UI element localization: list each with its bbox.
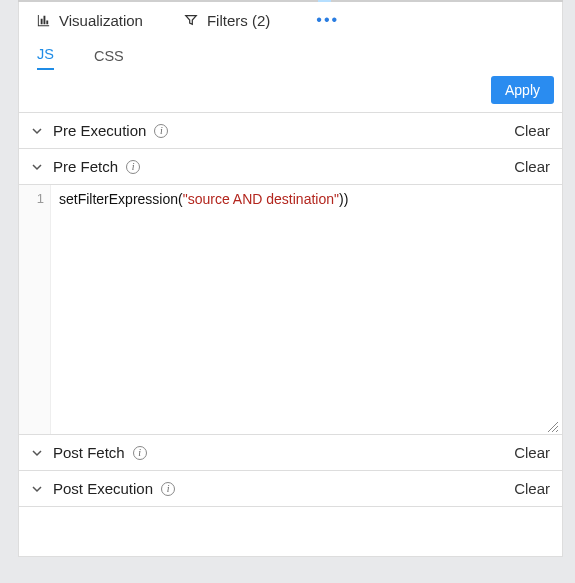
section-title: Post Execution — [53, 480, 153, 497]
section-post-fetch[interactable]: Post Fetch i Clear — [19, 434, 562, 470]
primary-tabs: Visualization Filters (2) ••• — [19, 2, 562, 38]
editor-code[interactable]: setFilterExpression("source AND destinat… — [51, 185, 562, 434]
filter-icon — [183, 13, 199, 27]
apply-row: Apply — [19, 70, 562, 112]
config-panel: Visualization Filters (2) ••• JS CSS App… — [18, 0, 563, 557]
tab-visualization[interactable]: Visualization — [35, 2, 143, 38]
code-token-fn: setFilterExpression — [59, 191, 178, 207]
section-title: Pre Execution — [53, 122, 146, 139]
subtab-css[interactable]: CSS — [94, 48, 124, 70]
empty-area — [19, 506, 562, 556]
chevron-down-icon[interactable] — [29, 125, 45, 137]
code-token-paren: )) — [339, 191, 348, 207]
info-icon[interactable]: i — [161, 482, 175, 496]
code-editor[interactable]: 1 setFilterExpression("source AND destin… — [19, 184, 562, 434]
code-token-string: "source AND destination" — [183, 191, 339, 207]
editor-gutter: 1 — [19, 185, 51, 434]
chevron-down-icon[interactable] — [29, 161, 45, 173]
chevron-down-icon[interactable] — [29, 447, 45, 459]
section-title: Post Fetch — [53, 444, 125, 461]
sub-tabs: JS CSS — [19, 38, 562, 70]
info-icon[interactable]: i — [133, 446, 147, 460]
info-icon[interactable]: i — [126, 160, 140, 174]
chart-bar-icon — [35, 13, 51, 28]
section-post-execution[interactable]: Post Execution i Clear — [19, 470, 562, 506]
line-number: 1 — [19, 191, 44, 206]
section-title: Pre Fetch — [53, 158, 118, 175]
section-pre-fetch[interactable]: Pre Fetch i Clear — [19, 148, 562, 184]
clear-button[interactable]: Clear — [514, 158, 550, 175]
tab-label: Filters (2) — [207, 12, 270, 29]
clear-button[interactable]: Clear — [514, 444, 550, 461]
clear-button[interactable]: Clear — [514, 480, 550, 497]
apply-button[interactable]: Apply — [491, 76, 554, 104]
resize-grip-icon[interactable] — [546, 418, 560, 432]
clear-button[interactable]: Clear — [514, 122, 550, 139]
section-pre-execution[interactable]: Pre Execution i Clear — [19, 112, 562, 148]
tab-filters[interactable]: Filters (2) — [183, 2, 270, 38]
more-menu-icon[interactable]: ••• — [310, 11, 345, 29]
info-icon[interactable]: i — [154, 124, 168, 138]
chevron-down-icon[interactable] — [29, 483, 45, 495]
tab-label: Visualization — [59, 12, 143, 29]
subtab-js[interactable]: JS — [37, 46, 54, 70]
